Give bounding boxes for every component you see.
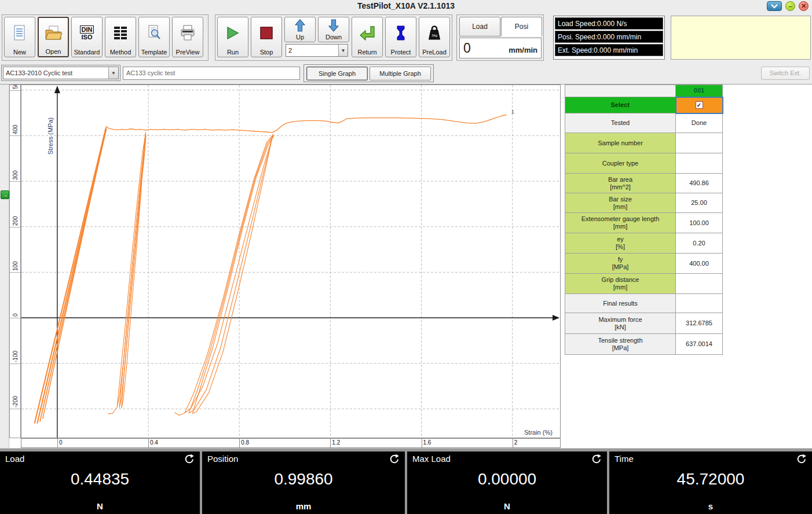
sample-results-table: 001 Select✓ TestedDone Sample number Cou… [565, 85, 723, 355]
y-tick-label: 300 [12, 170, 19, 180]
graph-mode-group: Single Graph Multiple Graph [303, 64, 434, 82]
grip-distance-value[interactable] [676, 274, 723, 294]
switch-ext-button[interactable]: Switch Ext. [761, 67, 810, 80]
method-select-dropdown[interactable]: AC133-2010 Cyclic test ▼ [3, 67, 119, 79]
speed-setpoint-display[interactable]: 0 mm/min [459, 38, 542, 58]
y-tick-separator [10, 318, 21, 318]
method-select-value: AC133-2010 Cyclic test [3, 69, 108, 76]
down-button[interactable]: Down [318, 17, 349, 42]
x-axis-title: Strain (%) [524, 429, 553, 436]
mode-control-group: Load Posi 0 mm/min [456, 14, 544, 61]
sample-column-header[interactable]: 001 [676, 85, 723, 97]
minimize-to-tray-button[interactable] [767, 1, 782, 11]
preview-button[interactable]: PreView [172, 17, 203, 57]
method-button[interactable]: Method [105, 17, 136, 57]
load-panel-label: Load [5, 454, 24, 464]
tensile-strength-value: 637.0014 [676, 334, 723, 355]
posi-speed-readout: Posi. Speed:0.000 mm/min [555, 31, 663, 43]
y-tick-label: 500 [12, 85, 19, 89]
note-area[interactable] [671, 16, 811, 60]
x-tick-separator [57, 439, 58, 448]
tab-posi-label: Posi [515, 23, 528, 31]
speed-setpoint-value: 0 [463, 41, 471, 56]
up-button-label: Up [296, 34, 304, 41]
ey-value[interactable]: 0.20 [676, 233, 723, 254]
multiple-graph-button[interactable]: Multiple Graph [370, 67, 431, 80]
coupler-type-value[interactable] [676, 153, 723, 174]
standard-button[interactable]: DINISO Standard [71, 17, 103, 57]
expand-panel-button[interactable]: → [1, 190, 9, 199]
multiple-graph-label: Multiple Graph [379, 70, 421, 77]
preload-button[interactable]: 1kg PreLoad [419, 17, 450, 57]
dropdown-arrow-icon[interactable]: ▼ [108, 67, 118, 79]
load-panel: Load 0.44835 N [0, 451, 200, 514]
row-label-extensometer-gauge-length: Extensometer gauge length[mm] [565, 213, 676, 233]
expand-arrow-icon: → [2, 192, 8, 198]
speed-step-value: 2 [286, 47, 338, 54]
y-tick-separator [10, 90, 21, 91]
speed-step-dropdown[interactable]: 2 ▼ [286, 44, 348, 57]
stress-strain-chart[interactable]: 1 Stress (MPa) Strain (%) [21, 85, 561, 438]
y-axis-tick-strip: 5004003002001000-100-200 [9, 85, 21, 438]
up-button[interactable]: Up [284, 17, 316, 42]
svg-text:1kg: 1kg [431, 34, 437, 37]
row-label-maximum-force: Maximum force[kN] [565, 313, 676, 334]
row-label-sample-number: Sample number [565, 133, 676, 153]
tab-posi[interactable]: Posi [501, 17, 542, 36]
new-button[interactable]: New [4, 17, 35, 57]
bar-area-value[interactable]: 490.86 [676, 174, 723, 193]
row-label-grip-distance: Grip distance[mm] [565, 274, 676, 294]
y-tick-label: 0 [12, 314, 19, 317]
reset-icon[interactable] [184, 454, 194, 464]
row-label-tested: Tested [565, 113, 676, 133]
x-axis-tick-strip: 00.40.81.21.62 [21, 438, 561, 448]
single-graph-button[interactable]: Single Graph [306, 67, 368, 80]
sample-number-value[interactable] [676, 133, 723, 153]
row-label-final-results: Final results [565, 294, 676, 313]
time-panel-label: Time [615, 454, 634, 464]
y-tick-label: 200 [12, 216, 19, 226]
minimize-icon: – [788, 3, 792, 10]
y-tick-separator [10, 227, 21, 227]
dropdown-arrow-icon[interactable]: ▼ [338, 45, 348, 56]
row-label-fy: fy[MPa] [565, 254, 676, 274]
select-checkbox[interactable]: ✓ [696, 101, 703, 109]
x-tick-separator [148, 439, 149, 448]
reset-icon[interactable] [796, 454, 806, 464]
x-tick-label: 1.2 [332, 439, 340, 446]
method-name-input[interactable]: AC133 cyclic test [123, 67, 300, 80]
max-load-unit: N [407, 501, 607, 511]
reset-icon[interactable] [591, 454, 601, 464]
stop-square-icon [251, 17, 281, 49]
x-tick-label: 0.4 [150, 439, 158, 446]
position-unit: mm [202, 501, 405, 511]
position-panel: Position 0.99860 mm [202, 451, 405, 514]
run-button[interactable]: Run [217, 17, 248, 57]
open-button[interactable]: Open [38, 17, 69, 57]
table-corner-cell [565, 85, 676, 97]
x-tick-label: 0.8 [241, 439, 249, 446]
protect-button-label: Protect [391, 49, 411, 56]
protect-button[interactable]: Protect [385, 17, 416, 57]
arrow-up-icon [285, 17, 315, 34]
select-cell[interactable]: ✓ [676, 97, 723, 113]
bar-size-value[interactable]: 25.00 [676, 193, 723, 213]
x-tick-separator [330, 439, 331, 448]
tab-load[interactable]: Load [459, 17, 500, 36]
minimize-button[interactable]: – [785, 1, 795, 11]
printer-icon [173, 17, 203, 49]
y-tick-label: -100 [12, 351, 19, 362]
x-tick-label: 1.6 [423, 439, 431, 446]
final-results-value [676, 294, 723, 313]
template-button[interactable]: Template [138, 17, 170, 57]
x-tick-label: 2 [514, 439, 518, 446]
run-play-icon [218, 17, 248, 49]
reset-icon[interactable] [389, 454, 399, 464]
return-button[interactable]: Return [352, 17, 383, 57]
y-tick-separator [10, 181, 21, 182]
load-unit: N [0, 501, 200, 511]
stop-button[interactable]: Stop [251, 17, 282, 57]
close-button[interactable]: ✕ [799, 1, 809, 11]
fy-value[interactable]: 400.00 [676, 254, 723, 274]
gauge-length-value[interactable]: 100.00 [676, 213, 723, 233]
